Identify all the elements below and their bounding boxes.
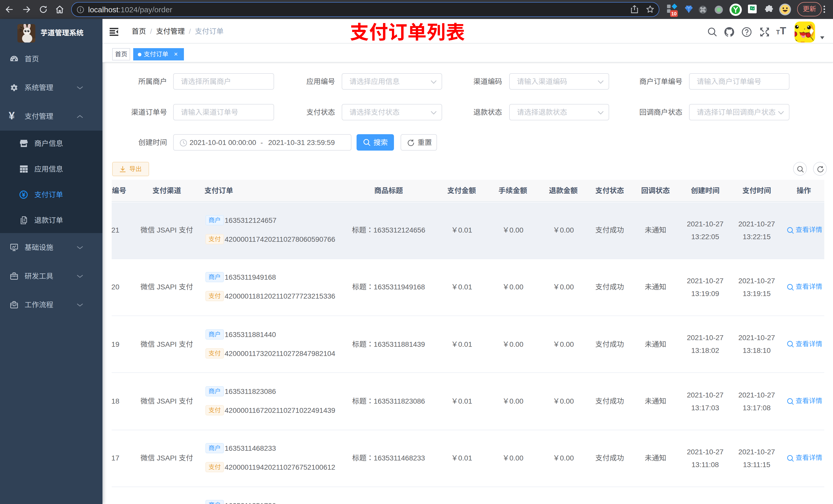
svg-text:10: 10 (671, 11, 676, 16)
